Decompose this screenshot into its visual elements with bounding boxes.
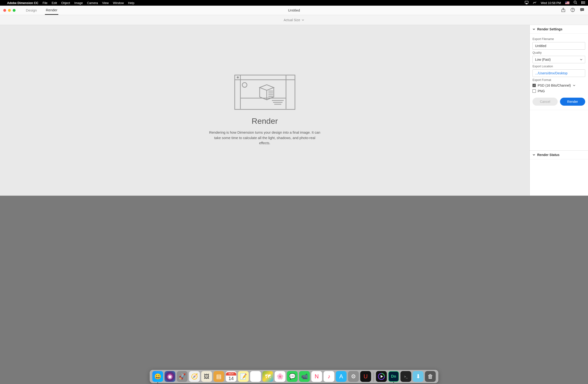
- zoom-select[interactable]: Actual Size: [284, 18, 300, 22]
- dock-siri[interactable]: ◉: [165, 371, 175, 382]
- svg-point-15: [583, 9, 583, 10]
- help-icon[interactable]: [571, 8, 575, 13]
- dock-trash[interactable]: 🗑: [425, 371, 436, 382]
- dock-finder[interactable]: 😀: [152, 371, 163, 382]
- render-canvas: Render Rendering is how Dimension turns …: [0, 25, 530, 195]
- location-label: Export Location: [532, 65, 585, 68]
- menu-list-icon[interactable]: [581, 1, 585, 5]
- svg-point-18: [237, 77, 238, 78]
- window-minimize-button[interactable]: [8, 9, 11, 12]
- canvas-description: Rendering is how Dimension turns your de…: [208, 130, 321, 146]
- dock-facetime[interactable]: 📹: [299, 371, 310, 382]
- menu-camera[interactable]: Camera: [87, 1, 98, 5]
- feedback-icon[interactable]: [580, 8, 584, 13]
- dock-notes[interactable]: 📝: [238, 371, 249, 382]
- render-status-header[interactable]: Render Status: [530, 150, 588, 159]
- svg-point-13: [581, 9, 581, 10]
- dock-preview[interactable]: 🖼: [201, 371, 212, 382]
- chevron-down-icon: [580, 58, 583, 61]
- render-settings-body: Export Filename Quality Low (Fast) Expor…: [530, 34, 588, 110]
- tab-render[interactable]: Render: [45, 6, 58, 15]
- render-button[interactable]: Render: [560, 98, 585, 106]
- document-title: Untitled: [288, 8, 300, 12]
- format-label: Export Format: [532, 78, 585, 82]
- titlebar: Design Render Untitled: [0, 6, 588, 15]
- svg-point-21: [242, 83, 247, 87]
- window-close-button[interactable]: [3, 9, 6, 12]
- tab-design[interactable]: Design: [25, 6, 38, 15]
- format-psd-label: PSD (16 Bits/Channel): [538, 84, 571, 87]
- dock-magnet[interactable]: U: [360, 371, 371, 382]
- svg-point-8: [581, 3, 582, 4]
- quality-select[interactable]: Low (Fast): [532, 56, 585, 63]
- render-status-title: Render Status: [537, 153, 560, 157]
- canvas-heading: Render: [252, 116, 278, 126]
- format-png-label: PNG: [538, 89, 545, 93]
- airplay-icon[interactable]: [525, 1, 528, 5]
- share-icon[interactable]: [561, 8, 566, 13]
- render-settings-title: Render Settings: [537, 27, 562, 31]
- location-value: .../Users/dmx/Desktop: [535, 71, 567, 75]
- filename-label: Export Filename: [532, 37, 585, 41]
- dock-terminal[interactable]: >_: [400, 371, 411, 382]
- menu-window[interactable]: Window: [113, 1, 124, 5]
- zoom-toolbar: Actual Size: [0, 15, 588, 25]
- svg-point-1: [574, 1, 576, 3]
- svg-rect-0: [525, 1, 528, 3]
- dock-motion[interactable]: [376, 371, 387, 382]
- dock: 😀 ◉ 🚀 🧭 🖼 ▤ NOV14 📝 ▥ 🗺 🌸 💬 📹 N ♪ A ⚙ U …: [150, 370, 439, 383]
- dock-reminders[interactable]: ▥: [250, 371, 261, 382]
- window-maximize-button[interactable]: [13, 9, 16, 12]
- menu-edit[interactable]: Edit: [52, 1, 57, 5]
- menu-file[interactable]: File: [42, 1, 47, 5]
- dock-downloads[interactable]: ⬇: [413, 371, 424, 382]
- dock-photos[interactable]: 🌸: [275, 371, 286, 382]
- quality-value: Low (Fast): [535, 58, 551, 62]
- menu-object[interactable]: Object: [61, 1, 70, 5]
- dock-appstore[interactable]: A: [336, 371, 347, 382]
- chevron-down-icon: [532, 153, 535, 156]
- quality-label: Quality: [532, 51, 585, 54]
- dock-maps[interactable]: 🗺: [262, 371, 273, 382]
- dock-launchpad[interactable]: 🚀: [177, 371, 188, 382]
- mode-tabs: Design Render: [25, 6, 58, 15]
- app-window: Design Render Untitled Actual Size: [0, 6, 588, 196]
- dock-separator: [374, 372, 374, 382]
- location-input[interactable]: .../Users/dmx/Desktop: [532, 69, 585, 77]
- render-settings-header[interactable]: Render Settings: [530, 25, 588, 34]
- checkbox-checked-icon: ✓: [532, 84, 536, 87]
- input-source-flag-icon[interactable]: [565, 1, 569, 4]
- chevron-down-icon: [532, 28, 535, 31]
- chevron-down-icon[interactable]: [301, 19, 304, 21]
- clock[interactable]: Wed 10:58 PM: [541, 1, 561, 5]
- chevron-down-icon[interactable]: [573, 84, 576, 87]
- menu-image[interactable]: Image: [74, 1, 83, 5]
- format-png-checkbox[interactable]: PNG: [532, 89, 585, 93]
- spotlight-icon[interactable]: [574, 1, 577, 5]
- format-psd-checkbox[interactable]: ✓ PSD (16 Bits/Channel): [532, 84, 585, 87]
- svg-point-7: [581, 2, 582, 3]
- cancel-button[interactable]: Cancel: [532, 98, 558, 106]
- dock-calendar[interactable]: NOV14: [226, 371, 237, 382]
- svg-marker-31: [381, 375, 383, 378]
- dock-news[interactable]: N: [311, 371, 322, 382]
- dock-stickies[interactable]: ▤: [213, 371, 224, 382]
- status-icon[interactable]: [533, 1, 537, 5]
- app-menu[interactable]: Adobe Dimension CC: [7, 1, 38, 5]
- right-panel: Render Settings Export Filename Quality …: [530, 25, 588, 195]
- dock-settings[interactable]: ⚙: [348, 371, 359, 382]
- macos-menubar: Adobe Dimension CC File Edit Object Imag…: [0, 0, 588, 6]
- dock-dimension[interactable]: Dn: [388, 371, 399, 382]
- dock-itunes[interactable]: ♪: [324, 371, 335, 382]
- menu-view[interactable]: View: [102, 1, 109, 5]
- menu-help[interactable]: Help: [128, 1, 134, 5]
- svg-point-6: [581, 1, 582, 2]
- svg-point-14: [582, 9, 582, 10]
- dock-messages[interactable]: 💬: [287, 371, 298, 382]
- checkbox-unchecked-icon: [532, 89, 536, 93]
- render-illustration-icon: [234, 75, 295, 110]
- filename-input[interactable]: [532, 42, 585, 50]
- svg-line-2: [576, 3, 577, 4]
- dock-safari[interactable]: 🧭: [189, 371, 200, 382]
- window-controls: [0, 9, 16, 12]
